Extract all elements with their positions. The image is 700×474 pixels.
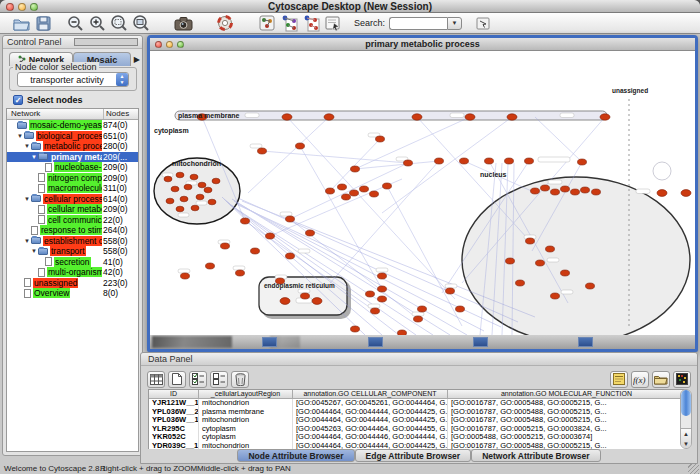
column-header[interactable]: annotation.GO MOLECULAR_FUNCTION — [448, 390, 686, 398]
table-cell[interactable]: [GO:0044464, GO:0044444, GO:0044425, G..… — [293, 442, 448, 450]
tree-item[interactable]: ▼primary metabolic209(... — [7, 152, 138, 163]
annotation-button[interactable] — [322, 14, 344, 33]
destroy-view-button[interactable] — [300, 14, 322, 33]
tree-col-nodes[interactable]: Nodes — [104, 109, 138, 119]
tree-item[interactable]: macromolecule311(0) — [7, 183, 138, 194]
network-window-titlebar[interactable]: primary metabolic process — [150, 38, 695, 51]
function-builder-button[interactable]: f(x) — [631, 371, 649, 388]
tab-edge-attribute-browser[interactable]: Edge Attribute Browser — [355, 449, 472, 462]
column-header[interactable]: _cellularLayoutRegion — [199, 390, 293, 398]
resize-grip[interactable] — [688, 464, 699, 474]
new-attribute-button[interactable] — [168, 371, 186, 388]
tree-item[interactable]: cell communicat22(0) — [7, 215, 138, 226]
table-cell[interactable]: cytoplasm — [199, 425, 293, 434]
open-session-button[interactable] — [10, 14, 32, 33]
unselect-attributes-button[interactable] — [210, 371, 228, 388]
search-input[interactable] — [389, 17, 447, 30]
scrollbar-thumb[interactable] — [681, 390, 691, 416]
table-cell[interactable]: [GO:0005488, GO:0005215, GO:0003674] — [448, 433, 686, 442]
tree-item[interactable]: Overview8(0) — [7, 288, 138, 299]
table-cell[interactable]: [GO:0045267, GO:0045261, GO:0044464, G..… — [293, 399, 448, 408]
tree-item[interactable]: ▼establishment of lo558(0) — [7, 236, 138, 247]
table-cell[interactable]: [GO:0045263, GO:0044464, GO:0044455, G..… — [293, 425, 448, 434]
zoom-out-button[interactable] — [64, 14, 86, 33]
attribute-grid-icon — [150, 374, 163, 385]
expand-triangle-icon[interactable]: ▼ — [16, 133, 24, 139]
table-cell[interactable]: [GO:0016787, GO:0005215, GO:0003824, G..… — [448, 425, 686, 434]
table-cell[interactable]: YJR121W__1 — [149, 399, 199, 408]
expand-triangle-icon[interactable]: ▼ — [30, 154, 38, 160]
tree-item[interactable]: multi-organism pro42(0) — [7, 267, 138, 278]
network-canvas[interactable]: plasma membrane cytoplasm mitochondrion … — [150, 51, 695, 335]
expand-triangle-icon[interactable]: ▼ — [23, 238, 31, 244]
table-cell[interactable]: [GO:0044464, GO:0044444, GO:0044425, G..… — [293, 416, 448, 425]
attribute-grid-button[interactable] — [147, 371, 165, 388]
table-cell[interactable]: mitochondrion — [199, 416, 293, 425]
delete-attribute-button[interactable] — [231, 371, 249, 388]
table-cell[interactable]: [GO:0016787, GO:0005488, GO:0005215, G..… — [448, 408, 686, 417]
tab-network-attribute-browser[interactable]: Network Attribute Browser — [471, 449, 600, 462]
attribute-matrix-button[interactable] — [673, 371, 691, 388]
table-row[interactable]: YPL036W__1mitochondrion[GO:0044464, GO:0… — [149, 416, 686, 425]
table-cell[interactable]: plasma membrane — [199, 408, 293, 417]
table-cell[interactable]: YPL036W__1 — [149, 416, 199, 425]
table-cell[interactable]: mitochondrion — [199, 442, 293, 450]
table-cell[interactable]: YKR052C — [149, 433, 199, 442]
zoom-selected-button[interactable] — [108, 14, 130, 33]
expand-triangle-icon[interactable]: ▼ — [30, 248, 38, 254]
tree-item[interactable]: unassigned223(0) — [7, 278, 138, 289]
table-cell[interactable]: mitochondrion — [199, 399, 293, 408]
network-overview-button[interactable] — [256, 14, 278, 33]
table-row[interactable]: YPL036W__2plasma membrane[GO:0044464, GO… — [149, 408, 686, 417]
table-row[interactable]: YLR295Ccytoplasm[GO:0045263, GO:0044464,… — [149, 425, 686, 434]
help-button[interactable] — [214, 14, 236, 33]
table-row[interactable]: YDR039C__1mitochondrion[GO:0044464, GO:0… — [149, 442, 686, 450]
tree-item[interactable]: nitrogen compo209(0) — [7, 173, 138, 184]
load-attributes-button[interactable] — [652, 371, 670, 388]
float-panel-icon[interactable] — [74, 38, 139, 46]
table-row[interactable]: YKR052Ccytoplasm[GO:0044464, GO:0044446,… — [149, 433, 686, 442]
scrollbar-arrows[interactable]: ▲▼ — [681, 428, 691, 448]
zoom-in-button[interactable] — [86, 14, 108, 33]
save-session-button[interactable] — [32, 14, 54, 33]
tree-item[interactable]: response to stimulu264(0) — [7, 225, 138, 236]
select-attributes-button[interactable] — [189, 371, 207, 388]
table-cell[interactable]: YDR039C__1 — [149, 442, 199, 450]
search-options-button[interactable] — [472, 14, 494, 33]
table-scrollbar[interactable]: ▲▼ — [680, 389, 692, 449]
tree-item[interactable]: cellular metabo209(0) — [7, 204, 138, 215]
column-header[interactable]: ID — [149, 390, 199, 398]
table-cell[interactable]: [GO:0016787, GO:0005488, GO:0005215, G..… — [448, 442, 686, 450]
table-cell[interactable]: [GO:0044464, GO:0044446, GO:0044444, G..… — [293, 433, 448, 442]
expand-triangle-icon[interactable]: ▼ — [23, 143, 31, 149]
table-cell[interactable]: [GO:0016787, GO:0005488, GO:0005215, G..… — [448, 416, 686, 425]
layout-network-button[interactable] — [278, 14, 300, 33]
tree-col-network[interactable]: Network — [7, 109, 104, 119]
column-header[interactable]: annotation.GO CELLULAR_COMPONENT — [293, 390, 448, 398]
snapshot-button[interactable] — [172, 14, 194, 33]
tree-item[interactable]: mosaic-demo-yeast874(0) — [7, 120, 138, 131]
table-cell[interactable]: cytoplasm — [199, 433, 293, 442]
table-row[interactable]: YJR121W__1mitochondrion[GO:0045267, GO:0… — [149, 399, 686, 408]
tree-item-label: unassigned — [33, 278, 78, 288]
network-view-window[interactable]: primary metabolic process — [147, 35, 698, 352]
table-cell[interactable]: [GO:0016787, GO:0005488, GO:0005215, G..… — [448, 399, 686, 408]
table-cell[interactable]: YPL036W__2 — [149, 408, 199, 417]
table-cell[interactable]: YLR295C — [149, 425, 199, 434]
tree-item[interactable]: ▼biological_process651(0) — [7, 131, 138, 142]
select-nodes-checkbox[interactable]: ✓ — [13, 95, 23, 105]
window-titlebar[interactable]: Cytoscape Desktop (New Session) — [0, 0, 700, 13]
tree-item[interactable]: secretion41(0) — [7, 257, 138, 268]
tree-item[interactable]: ▼cellular process614(0) — [7, 194, 138, 205]
tree-item[interactable]: nucleobase-209(0) — [7, 162, 138, 173]
table-cell[interactable]: [GO:0044464, GO:0044444, GO:0044425, G..… — [293, 408, 448, 417]
tab-node-attribute-browser[interactable]: Node Attribute Browser — [237, 449, 354, 462]
import-annotation-button[interactable] — [610, 371, 628, 388]
search-dropdown-button[interactable]: ▼ — [447, 17, 462, 30]
zoom-fit-button[interactable] — [130, 14, 152, 33]
expand-triangle-icon[interactable]: ▼ — [23, 196, 31, 202]
tree-item[interactable]: ▼metabolic process280(0) — [7, 141, 138, 152]
tab-overflow-arrow[interactable]: ▶ — [134, 55, 140, 64]
tree-item[interactable]: ▼transport558(0) — [7, 246, 138, 257]
node-color-dropdown[interactable]: transporter activity ▲▼ — [17, 72, 129, 87]
